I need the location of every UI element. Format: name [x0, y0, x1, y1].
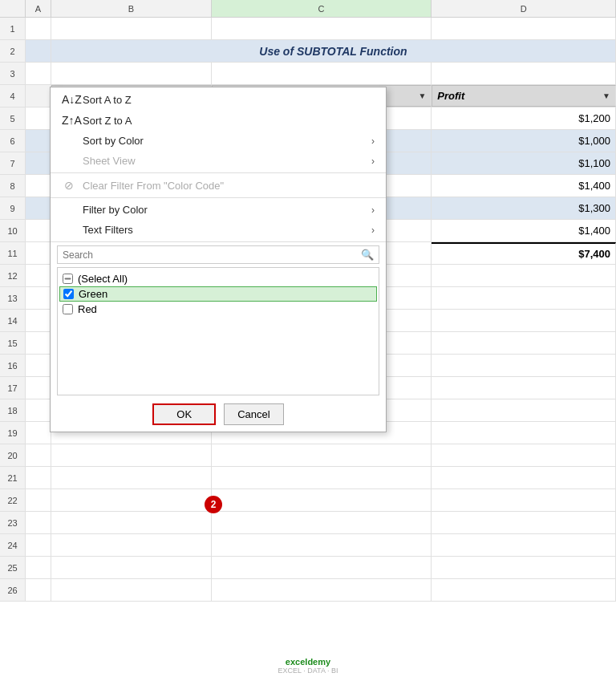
- profit-header[interactable]: Profit ▼: [432, 85, 616, 107]
- row-num-6: 6: [0, 130, 26, 152]
- row-num-1: 1: [0, 18, 26, 39]
- cancel-button[interactable]: Cancel: [224, 403, 283, 425]
- sort-az-item[interactable]: A↓Z Sort A to Z: [51, 89, 386, 110]
- sort-color-item[interactable]: Sort by Color ›: [51, 131, 386, 151]
- search-icon: 🔍: [361, 249, 374, 261]
- select-all-checkbox[interactable]: [63, 274, 73, 284]
- cell-c1[interactable]: [212, 18, 432, 39]
- table-row: 23: [0, 512, 616, 534]
- profit-value-5[interactable]: $1,200: [432, 107, 616, 129]
- profit-value-7[interactable]: $1,100: [432, 152, 616, 174]
- green-label: Green: [79, 288, 107, 300]
- row-num-4: 4: [0, 85, 26, 107]
- cell-d3[interactable]: [432, 63, 616, 84]
- filter-color-label: Filter by Color: [83, 204, 148, 216]
- green-filter-item[interactable]: Green: [59, 286, 377, 302]
- watermark: exceldemy EXCEL · DATA · BI: [278, 657, 338, 675]
- sheet-view-item[interactable]: Sheet View ›: [51, 151, 386, 171]
- cell-b1[interactable]: [51, 18, 212, 39]
- text-filters-item[interactable]: Text Filters ›: [51, 220, 386, 240]
- table-row: 3: [0, 63, 616, 85]
- row-num-5: 5: [0, 107, 26, 129]
- col-header-a: A: [26, 0, 51, 17]
- profit-header-label: Profit: [437, 90, 464, 102]
- color-code-dropdown-arrow[interactable]: ▼: [418, 91, 426, 100]
- cell-a2[interactable]: [26, 40, 51, 62]
- sort-az-label: Sort A to Z: [83, 94, 132, 106]
- table-row: 20: [0, 444, 616, 467]
- sheet-view-label: Sheet View: [83, 155, 136, 167]
- cell-a3[interactable]: [26, 63, 51, 84]
- sort-za-icon: Z↑A: [62, 114, 76, 127]
- sort-za-label: Sort Z to A: [83, 115, 132, 127]
- profit-total[interactable]: $7,400: [432, 242, 616, 264]
- profit-value-6[interactable]: $1,000: [432, 130, 616, 152]
- search-input[interactable]: [63, 249, 361, 261]
- cell-b3[interactable]: [51, 63, 212, 84]
- row-num-10: 10: [0, 220, 26, 241]
- row-num-3: 3: [0, 63, 26, 84]
- submenu-arrow-icon: ›: [371, 205, 375, 216]
- checkbox-filter-list: (Select All) Green Red: [57, 267, 379, 395]
- row-num-9: 9: [0, 197, 26, 219]
- dialog-buttons: OK Cancel: [51, 397, 386, 430]
- submenu-arrow-icon: ›: [371, 136, 375, 147]
- sort-color-label: Sort by Color: [83, 135, 144, 147]
- profit-value-9[interactable]: $1,300: [432, 197, 616, 219]
- table-row: 26: [0, 579, 616, 602]
- table-row: 25: [0, 557, 616, 579]
- profit-dropdown-arrow[interactable]: ▼: [602, 91, 610, 100]
- clear-filter-icon: ⊘: [62, 179, 76, 192]
- brand-tagline: EXCEL · DATA · BI: [278, 667, 338, 675]
- row-num-2: 2: [0, 40, 26, 62]
- submenu-arrow-icon: ›: [371, 225, 375, 236]
- table-row: 21: [0, 467, 616, 489]
- menu-divider: [51, 241, 386, 242]
- sort-za-item[interactable]: Z↑A Sort Z to A: [51, 110, 386, 131]
- spreadsheet-title: Use of SUBTOTAL Function: [51, 40, 616, 62]
- cell-d1[interactable]: [432, 18, 616, 39]
- annotation-badge-2: 2: [205, 496, 222, 513]
- table-row: 24: [0, 534, 616, 557]
- sort-az-icon: A↓Z: [62, 93, 76, 106]
- row-num-7: 7: [0, 152, 26, 174]
- cell-c3[interactable]: [212, 63, 432, 84]
- column-header-row: A B C D: [0, 0, 616, 18]
- green-checkbox[interactable]: [63, 289, 74, 299]
- red-filter-item[interactable]: Red: [63, 302, 374, 317]
- profit-value-10[interactable]: $1,400: [432, 220, 616, 241]
- submenu-arrow-icon: ›: [371, 156, 375, 167]
- text-filters-label: Text Filters: [83, 224, 133, 236]
- cell-a1[interactable]: [26, 18, 51, 39]
- clear-filter-item[interactable]: ⊘ Clear Filter From "Color Code": [51, 175, 386, 196]
- red-label: Red: [78, 303, 97, 315]
- col-header-b: B: [51, 0, 212, 17]
- red-checkbox[interactable]: [63, 304, 73, 314]
- ok-button[interactable]: OK: [152, 403, 216, 425]
- select-all-label: (Select All): [78, 273, 128, 285]
- brand-name: exceldemy: [278, 657, 338, 667]
- select-all-item[interactable]: (Select All): [63, 271, 374, 286]
- row-num-11: 11: [0, 242, 26, 264]
- filter-search-box[interactable]: 🔍: [57, 245, 379, 264]
- spreadsheet: A B C D 1 2 Use of SUBTOTAL Function 3: [0, 0, 616, 681]
- clear-filter-label: Clear Filter From "Color Code": [83, 180, 224, 192]
- col-header-c: C: [212, 0, 432, 17]
- cell-a4[interactable]: [26, 85, 51, 107]
- filter-dropdown-menu: A↓Z Sort A to Z Z↑A Sort Z to A Sort by …: [50, 87, 387, 432]
- menu-divider: [51, 197, 386, 198]
- row-num-8: 8: [0, 175, 26, 197]
- table-row: 2 Use of SUBTOTAL Function: [0, 40, 616, 63]
- menu-divider: [51, 172, 386, 173]
- table-row: 22: [0, 489, 616, 512]
- corner-cell: [0, 0, 26, 17]
- filter-color-item[interactable]: Filter by Color ›: [51, 200, 386, 220]
- profit-value-8[interactable]: $1,400: [432, 175, 616, 197]
- col-header-d: D: [432, 0, 616, 17]
- table-row: 1: [0, 18, 616, 40]
